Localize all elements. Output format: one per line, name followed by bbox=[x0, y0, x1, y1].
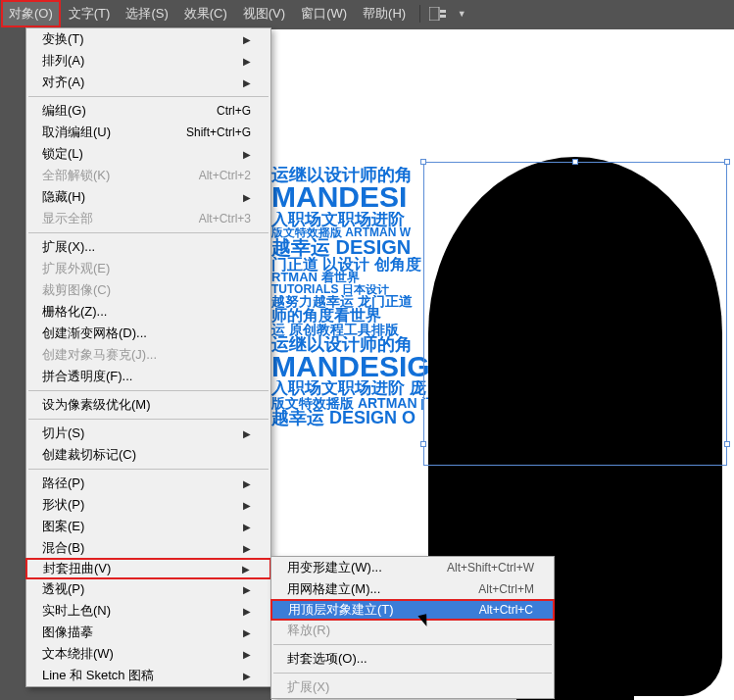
menu-item-label: 栅格化(Z)... bbox=[42, 303, 107, 321]
bounding-box bbox=[423, 162, 727, 466]
submenu-item-label: 封套选项(O)... bbox=[287, 650, 367, 668]
submenu-arrow-icon: ▶ bbox=[243, 522, 251, 532]
menu-item-label: 实时上色(N) bbox=[42, 602, 111, 620]
submenu-item[interactable]: 封套选项(O)... bbox=[271, 648, 554, 670]
dropdown-icon[interactable]: ▼ bbox=[450, 5, 473, 23]
submenu-item-label: 用变形建立(W)... bbox=[287, 559, 382, 576]
menu-item[interactable]: 图案(E)▶ bbox=[26, 516, 270, 537]
menu-effect[interactable]: 效果(C) bbox=[176, 0, 235, 27]
menu-separator bbox=[28, 232, 269, 233]
menu-object[interactable]: 对象(O) bbox=[1, 0, 61, 27]
menu-item[interactable]: 栅格化(Z)... bbox=[26, 301, 270, 323]
menu-item[interactable]: 编组(G)Ctrl+G bbox=[26, 100, 270, 122]
artwork-line: 越努力越幸运 龙门正道 bbox=[271, 295, 448, 308]
menu-item-label: 文本绕排(W) bbox=[42, 645, 114, 663]
submenu-item[interactable]: 用顶层对象建立(T)Alt+Ctrl+C bbox=[270, 599, 555, 621]
submenu-item-label: 扩展(X) bbox=[287, 678, 329, 696]
menu-view[interactable]: 视图(V) bbox=[235, 0, 293, 27]
menu-item-label: 扩展(X)... bbox=[42, 238, 95, 256]
menu-shortcut: Alt+Ctrl+3 bbox=[199, 212, 251, 225]
submenu-arrow-icon: ▶ bbox=[243, 584, 251, 595]
menu-item[interactable]: 锁定(L)▶ bbox=[26, 143, 270, 165]
menu-item-label: 形状(P) bbox=[42, 496, 84, 514]
artwork-line: 入职场文职场进阶 庞 bbox=[271, 380, 448, 396]
workspace-switcher-icon[interactable] bbox=[426, 5, 450, 23]
menu-item-label: Line 和 Sketch 图稿 bbox=[42, 667, 154, 684]
anchor-point[interactable] bbox=[420, 441, 426, 447]
menu-item[interactable]: 混合(B)▶ bbox=[26, 537, 270, 559]
menu-item-label: 设为像素级优化(M) bbox=[42, 396, 151, 414]
menu-item[interactable]: 创建裁切标记(C) bbox=[26, 444, 270, 466]
menu-item-label: 创建对象马赛克(J)... bbox=[42, 346, 157, 364]
menu-item-label: 创建渐变网格(D)... bbox=[42, 325, 147, 342]
menu-item[interactable]: 透视(P)▶ bbox=[26, 578, 270, 600]
menu-item[interactable]: 切片(S)▶ bbox=[26, 423, 270, 444]
menu-item[interactable]: 对齐(A)▶ bbox=[26, 72, 270, 93]
artwork-line: MANDESI bbox=[271, 183, 448, 212]
submenu-arrow-icon: ▶ bbox=[243, 192, 251, 203]
menu-item[interactable]: Line 和 Sketch 图稿▶ bbox=[26, 665, 270, 686]
artwork-line: 入职场文职场进阶 bbox=[271, 212, 448, 227]
menu-item-label: 扩展外观(E) bbox=[42, 260, 110, 277]
submenu-arrow-icon: ▶ bbox=[243, 543, 251, 554]
menu-item: 显示全部Alt+Ctrl+3 bbox=[26, 208, 270, 229]
menu-item[interactable]: 扩展(X)... bbox=[26, 236, 270, 258]
submenu-arrow-icon: ▶ bbox=[243, 500, 251, 511]
submenu-arrow-icon: ▶ bbox=[243, 34, 251, 45]
menu-item: 全部解锁(K)Alt+Ctrl+2 bbox=[26, 165, 270, 186]
menu-window[interactable]: 窗口(W) bbox=[293, 0, 355, 27]
menu-select[interactable]: 选择(S) bbox=[118, 0, 175, 27]
menu-item[interactable]: 文本绕排(W)▶ bbox=[26, 643, 270, 665]
svg-rect-2 bbox=[440, 15, 446, 18]
artwork-line: RTMAN 着世界 bbox=[271, 272, 448, 283]
menu-item[interactable]: 设为像素级优化(M) bbox=[26, 394, 270, 416]
menu-item[interactable]: 路径(P)▶ bbox=[26, 473, 270, 494]
menu-item[interactable]: 排列(A)▶ bbox=[26, 50, 270, 72]
menu-help[interactable]: 帮助(H) bbox=[355, 0, 414, 27]
menu-item[interactable]: 隐藏(H)▶ bbox=[26, 186, 270, 208]
menu-item-label: 图像描摹 bbox=[42, 624, 93, 641]
menu-item[interactable]: 拼合透明度(F)... bbox=[26, 366, 270, 387]
separator bbox=[419, 5, 420, 23]
submenu-arrow-icon: ▶ bbox=[243, 56, 251, 67]
artwork-line: 版文特效摇版 ARTMAN 门 W bbox=[271, 397, 448, 410]
svg-rect-0 bbox=[429, 7, 439, 21]
anchor-point[interactable] bbox=[724, 159, 730, 165]
submenu-item: 释放(R) bbox=[271, 620, 554, 641]
menu-item-label: 裁剪图像(C) bbox=[42, 281, 111, 299]
submenu-arrow-icon: ▶ bbox=[243, 671, 251, 681]
menu-item-label: 变换(T) bbox=[42, 30, 84, 48]
menu-item[interactable]: 实时上色(N)▶ bbox=[26, 600, 270, 622]
submenu-arrow-icon: ▶ bbox=[243, 606, 251, 617]
submenu-arrow-icon: ▶ bbox=[243, 428, 251, 439]
artwork-line: 运 原创教程工具排版 bbox=[271, 324, 448, 336]
artwork-line: 运继以设计师的角 bbox=[271, 167, 448, 183]
menu-item: 扩展外观(E) bbox=[26, 258, 270, 279]
submenu-arrow-icon: ▶ bbox=[243, 149, 251, 160]
menu-item[interactable]: 封套扭曲(V)▶ bbox=[25, 558, 271, 579]
menu-item[interactable]: 创建渐变网格(D)... bbox=[26, 323, 270, 344]
menu-item-label: 切片(S) bbox=[42, 425, 84, 442]
submenu-item[interactable]: 用变形建立(W)...Alt+Shift+Ctrl+W bbox=[271, 557, 554, 578]
menu-item[interactable]: 取消编组(U)Shift+Ctrl+G bbox=[26, 122, 270, 143]
menu-item[interactable]: 图像描摹▶ bbox=[26, 622, 270, 643]
submenu-item-label: 用网格建立(M)... bbox=[287, 580, 380, 598]
submenu-arrow-icon: ▶ bbox=[243, 478, 251, 489]
anchor-point[interactable] bbox=[572, 159, 578, 165]
menu-item-label: 取消编组(U) bbox=[42, 124, 111, 141]
menu-shortcut: Shift+Ctrl+G bbox=[186, 125, 251, 139]
anchor-point[interactable] bbox=[724, 441, 730, 447]
menu-item-label: 锁定(L) bbox=[42, 145, 83, 163]
submenu-item[interactable]: 用网格建立(M)...Alt+Ctrl+M bbox=[271, 578, 554, 600]
menu-item[interactable]: 形状(P)▶ bbox=[26, 494, 270, 516]
menu-item-label: 图案(E) bbox=[42, 518, 84, 535]
anchor-point[interactable] bbox=[420, 159, 426, 165]
submenu-shortcut: Alt+Shift+Ctrl+W bbox=[447, 561, 534, 575]
menu-type[interactable]: 文字(T) bbox=[61, 0, 119, 27]
menu-separator bbox=[28, 96, 269, 97]
submenu-arrow-icon: ▶ bbox=[243, 649, 251, 660]
menu-item-label: 混合(B) bbox=[42, 539, 84, 557]
menu-item-label: 对齐(A) bbox=[42, 74, 84, 91]
menu-separator bbox=[273, 673, 552, 674]
menu-item[interactable]: 变换(T)▶ bbox=[26, 28, 270, 50]
